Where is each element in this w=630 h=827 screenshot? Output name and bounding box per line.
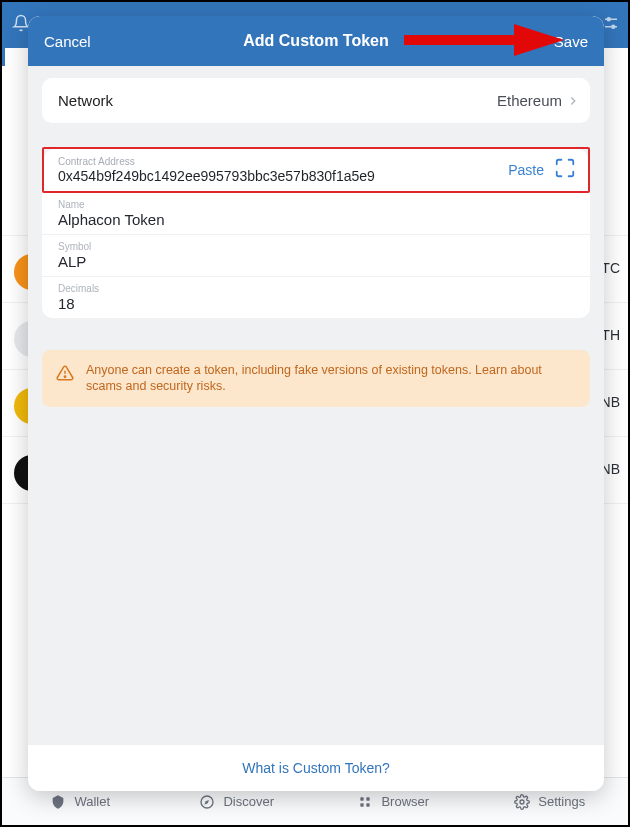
warning-icon bbox=[56, 364, 74, 386]
svg-rect-7 bbox=[361, 803, 364, 806]
paste-button[interactable]: Paste bbox=[508, 162, 544, 178]
add-token-modal: Cancel Add Custom Token Save Network Eth… bbox=[28, 16, 604, 791]
decimals-field[interactable]: Decimals 18 bbox=[42, 277, 590, 318]
tab-settings-label: Settings bbox=[538, 794, 585, 809]
modal-title: Add Custom Token bbox=[243, 32, 388, 50]
adjust-icon bbox=[602, 14, 620, 36]
symbol-field[interactable]: Symbol ALP bbox=[42, 235, 590, 277]
svg-point-3 bbox=[612, 25, 615, 28]
tab-discover-label: Discover bbox=[223, 794, 274, 809]
svg-rect-5 bbox=[361, 797, 364, 800]
network-value: Ethereum bbox=[497, 92, 562, 109]
contract-label: Contract Address bbox=[58, 156, 498, 167]
what-is-link[interactable]: What is Custom Token? bbox=[242, 760, 390, 776]
svg-point-11 bbox=[64, 376, 65, 377]
save-button[interactable]: Save bbox=[518, 33, 588, 50]
svg-point-9 bbox=[520, 800, 524, 804]
warning-banner[interactable]: Anyone can create a token, including fak… bbox=[42, 350, 590, 407]
chevron-right-icon bbox=[566, 94, 580, 108]
cancel-button[interactable]: Cancel bbox=[44, 33, 114, 50]
decimals-value: 18 bbox=[58, 295, 574, 312]
svg-rect-6 bbox=[367, 797, 370, 800]
name-label: Name bbox=[58, 199, 574, 210]
name-value: Alphacon Token bbox=[58, 211, 574, 228]
tab-wallet-label: Wallet bbox=[74, 794, 110, 809]
scan-icon[interactable] bbox=[554, 157, 576, 183]
decimals-label: Decimals bbox=[58, 283, 574, 294]
name-field[interactable]: Name Alphacon Token bbox=[42, 193, 590, 235]
contract-address-input[interactable]: 0x454b9f249bc1492ee995793bbc3e57b830f1a5… bbox=[58, 168, 498, 184]
symbol-label: Symbol bbox=[58, 241, 574, 252]
svg-point-2 bbox=[607, 18, 610, 21]
network-card[interactable]: Network Ethereum bbox=[42, 78, 590, 123]
warning-text: Anyone can create a token, including fak… bbox=[86, 362, 576, 395]
symbol-value: ALP bbox=[58, 253, 574, 270]
modal-footer: What is Custom Token? bbox=[28, 744, 604, 791]
modal-header: Cancel Add Custom Token Save bbox=[28, 16, 604, 66]
svg-rect-8 bbox=[367, 803, 370, 806]
tab-browser-label: Browser bbox=[381, 794, 429, 809]
network-label: Network bbox=[58, 92, 113, 109]
